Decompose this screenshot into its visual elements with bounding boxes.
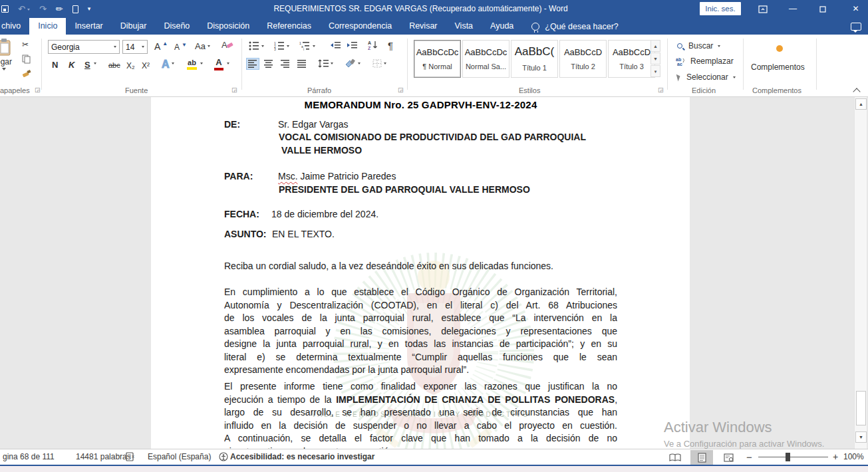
shading-icon[interactable] <box>345 59 361 68</box>
tab-disposicion[interactable]: Disposición <box>198 18 258 35</box>
tell-me-box[interactable]: ¿Qué desea hacer? <box>522 18 619 35</box>
borders-icon[interactable] <box>372 59 386 68</box>
document-page[interactable]: VALLE HERMOSO TURISTICO Y PRODUCTIVO MEM… <box>151 97 690 449</box>
svg-text:ac: ac <box>677 62 682 66</box>
tab-diseno[interactable]: Diseño <box>155 18 198 35</box>
font-color-dropdown[interactable] <box>227 62 229 64</box>
font-size-combobox[interactable]: 14 <box>122 40 148 54</box>
shrink-font-icon[interactable]: A▼ <box>174 43 187 52</box>
subject-value: EN EL TEXTO. <box>272 229 335 239</box>
collapse-ribbon-icon[interactable] <box>854 89 859 94</box>
maximize-button[interactable] <box>811 0 834 18</box>
superscript-button[interactable]: X² <box>142 61 150 70</box>
underline-dropdown[interactable] <box>94 62 96 64</box>
style-titulo3[interactable]: AaBbCcD Título 3 <box>608 40 655 78</box>
strikethrough-button[interactable]: abc <box>108 61 120 69</box>
tab-correspondencia[interactable]: Correspondencia <box>320 18 400 35</box>
undo-icon[interactable]: ↶ <box>18 0 30 18</box>
styles-dialog-launcher[interactable]: ◲ <box>658 86 664 93</box>
close-button[interactable]: ✕ <box>843 0 868 18</box>
paste-label: egar <box>0 57 12 66</box>
tab-vista[interactable]: Vista <box>446 18 482 35</box>
text-effects-dropdown[interactable] <box>172 62 174 64</box>
addins-dot-icon[interactable] <box>776 45 783 52</box>
paragraph-dialog-launcher[interactable]: ◲ <box>398 86 404 93</box>
select-button[interactable]: Seleccionar <box>677 72 736 82</box>
copy-icon[interactable] <box>22 55 31 64</box>
styles-scroll-up-icon[interactable]: ▲ <box>651 40 660 52</box>
show-marks-icon[interactable]: ¶ <box>388 40 393 51</box>
accessibility-status[interactable]: Accesibilidad: es necesario investigar <box>227 449 377 465</box>
zoom-out-button[interactable]: − <box>744 449 755 465</box>
font-dialog-launcher[interactable]: ◲ <box>231 86 237 93</box>
align-center-button[interactable] <box>264 60 273 68</box>
scrollbar-thumb[interactable] <box>856 391 866 425</box>
addins-button[interactable]: Complementos <box>751 62 805 72</box>
bullets-icon[interactable] <box>249 41 264 51</box>
web-layout-icon[interactable] <box>717 450 740 465</box>
text-effects-button[interactable]: A <box>162 59 170 70</box>
line-spacing-icon[interactable] <box>318 59 333 68</box>
language-indicator[interactable]: Español (España) <box>145 449 214 465</box>
style-titulo1[interactable]: AaBbC( Título 1 <box>511 40 558 78</box>
scroll-up-icon[interactable]: ▲ <box>855 98 867 110</box>
increase-indent-icon[interactable] <box>347 41 358 50</box>
comments-icon[interactable] <box>851 23 861 31</box>
scroll-down-icon[interactable]: ▼ <box>855 431 867 443</box>
print-layout-icon[interactable] <box>690 450 713 465</box>
draw-eraser-icon[interactable]: ✏ <box>56 0 63 18</box>
page-indicator[interactable]: gina 68 de 111 <box>0 449 57 465</box>
tab-archivo[interactable]: chivo <box>0 18 29 35</box>
highlight-button[interactable]: ab <box>187 59 197 70</box>
bold-button[interactable]: N <box>52 60 58 70</box>
cut-icon[interactable]: ✂ <box>22 40 29 49</box>
tell-me-label[interactable]: ¿Qué desea hacer? <box>545 22 619 31</box>
numbering-icon[interactable]: 123 <box>274 41 289 51</box>
sign-in-button[interactable]: Inic. ses. <box>700 2 741 15</box>
zoom-slider-thumb[interactable] <box>786 453 790 461</box>
align-left-button[interactable] <box>247 59 259 69</box>
style-normal-sa[interactable]: AaBbCcDc Normal Sa... <box>462 40 509 78</box>
vertical-scrollbar[interactable]: ▲ ▼ <box>854 97 867 449</box>
multilevel-list-icon[interactable]: 1ai <box>299 41 315 51</box>
styles-scroll-down-icon[interactable]: ▼ <box>651 53 660 64</box>
align-right-button[interactable] <box>281 60 290 68</box>
replace-button[interactable]: abac Reemplazar <box>676 57 734 66</box>
zoom-in-button[interactable]: + <box>830 449 841 465</box>
clear-formatting-icon[interactable]: A <box>221 40 233 51</box>
tab-ayuda[interactable]: Ayuda <box>482 18 522 35</box>
style-titulo2[interactable]: AaBbCcD Título 2 <box>559 40 607 78</box>
italic-button[interactable]: K <box>69 60 74 70</box>
font-color-button[interactable]: A <box>214 57 223 70</box>
decrease-indent-icon[interactable] <box>330 41 341 50</box>
highlight-dropdown[interactable] <box>200 62 203 64</box>
find-button[interactable]: Buscar <box>677 41 720 51</box>
justify-button[interactable] <box>297 60 307 68</box>
font-name-combobox[interactable]: Georgia <box>48 40 120 54</box>
minimize-button[interactable]: — <box>782 0 804 18</box>
grow-font-icon[interactable]: A▲ <box>154 41 168 52</box>
svg-text:x: x <box>132 453 134 459</box>
new-document-icon[interactable] <box>72 5 78 13</box>
subscript-button[interactable]: X₂ <box>126 61 135 70</box>
tab-insertar[interactable]: Insertar <box>66 18 111 35</box>
read-mode-icon[interactable] <box>664 450 686 465</box>
tab-referencias[interactable]: Referencias <box>258 18 320 35</box>
zoom-slider-track[interactable] <box>758 457 828 457</box>
tab-revisar[interactable]: Revisar <box>400 18 446 35</box>
zoom-percentage[interactable]: 100% <box>841 449 867 465</box>
tab-inicio[interactable]: Inicio <box>29 18 66 35</box>
format-painter-icon[interactable] <box>22 69 31 78</box>
styles-more-icon[interactable]: ▾ <box>651 65 660 77</box>
clipboard-dialog-launcher[interactable]: ◲ <box>35 86 41 93</box>
redo-icon[interactable]: ↷ <box>39 0 47 18</box>
ribbon-display-options-icon[interactable] <box>752 0 774 18</box>
style-normal[interactable]: AaBbCcDc ¶ Normal <box>414 40 461 78</box>
save-icon[interactable] <box>1 5 9 13</box>
sort-icon[interactable]: AZ <box>368 40 378 51</box>
customize-qat-icon[interactable]: ▾ <box>88 0 91 18</box>
paste-button[interactable]: egar <box>0 39 12 70</box>
tab-dibujar[interactable]: Dibujar <box>112 18 156 35</box>
change-case-icon[interactable]: Aa <box>195 41 210 51</box>
underline-button[interactable]: S <box>84 60 90 70</box>
